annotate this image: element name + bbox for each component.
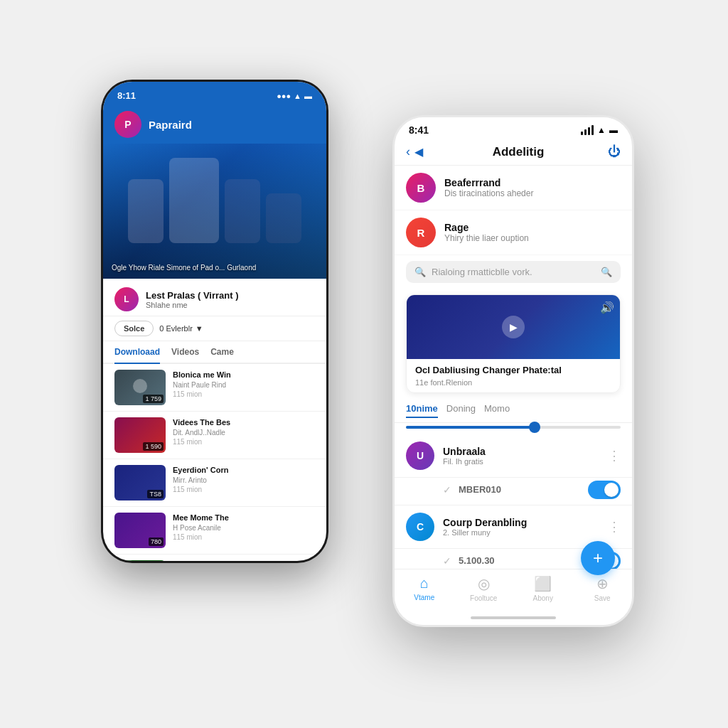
tab-videos[interactable]: Videos (171, 341, 199, 363)
toggle-1[interactable] (588, 481, 621, 499)
channel-name: Papraird (149, 119, 192, 131)
speaker-icon[interactable]: ◀ (414, 145, 423, 159)
nav-item-home[interactable]: ⌂ Vtame (395, 575, 454, 602)
about-nav-icon: ⬜ (534, 575, 552, 592)
status-icons-back: ●●● ▲ ▬ (277, 92, 312, 100)
search-bar[interactable]: 🔍 Rialoing rmatticblle vork. 🔍 (406, 261, 621, 283)
about-nav-label: Abony (533, 594, 553, 602)
slider-1-thumb[interactable] (529, 422, 540, 433)
channel-info: L Lest Pralas ( Virrant ) Shlahe nme (103, 279, 326, 316)
contact-item-1[interactable]: B Beaferrrand Dis tiracinations aheder (395, 166, 632, 210)
video-item-1[interactable]: 1 759 Blonica me Win Naint Paule Rind 11… (103, 364, 326, 412)
video-info-4: Mee Mome The H Pose Acanile 115 mion (173, 513, 229, 541)
video-thumb-5 (114, 560, 166, 561)
subscribe-btn[interactable]: Solce (114, 321, 154, 336)
video-card[interactable]: ▶ 🔊 Ocl Dabliusing Changer Phate:tal 11e… (406, 294, 621, 393)
video-item-4[interactable]: 780 Mee Mome The H Pose Acanile 115 mion (103, 507, 326, 555)
search-btn[interactable]: 🔍 (601, 267, 612, 277)
play-button[interactable]: ▶ (502, 316, 525, 338)
back-button[interactable]: ‹ (406, 144, 410, 159)
scene: 8:11 ●●● ▲ ▬ P Papraird (80, 58, 648, 670)
save-nav-label: Save (594, 594, 611, 602)
save-nav-icon: ⊕ (596, 575, 609, 592)
wifi-icon-front: ▲ (597, 125, 606, 135)
nav-item-about[interactable]: ⬜ Abony (513, 575, 573, 602)
video-item-5[interactable]: Toeed Showne Srsdelv (103, 555, 326, 561)
video-info-2: Videes The Bes Dit. AndlJ..Nadle 115 mio… (173, 417, 230, 446)
filter-tab-1[interactable]: 10nime (406, 403, 438, 418)
contact-text-2: Rage Yhiry thie liaer ouption (444, 222, 529, 243)
video-thumb-2: 1 590 (114, 417, 166, 453)
battery-icon-front: ▬ (609, 125, 618, 135)
list-avatar-2: C (406, 513, 434, 541)
video-info-1: Blonica me Win Naint Paule Rind 115 mion (173, 370, 231, 398)
video-card-speaker-icon: 🔊 (600, 301, 614, 314)
time-front: 8:41 (409, 124, 429, 136)
signal-icon-back: ●●● (277, 92, 291, 100)
power-icon[interactable]: ⏻ (608, 144, 621, 159)
header-title: Addelitig (429, 145, 608, 159)
video-info-5: Toeed Showne Srsdelv (173, 560, 228, 561)
check-icon-2: ✓ (443, 555, 451, 567)
contact-text-1: Beaferrrand Dis tiracinations aheder (444, 177, 533, 198)
sub-row-1: ✓ MBER010 (395, 478, 632, 505)
home-bar (471, 616, 556, 619)
list-text-2: Courp Deranbling 2. Siller muny (443, 517, 599, 537)
nav-item-save[interactable]: ⊕ Save (573, 575, 633, 602)
content-tabs: Downloaad Videos Came (103, 341, 326, 364)
feature-nav-label: Fooltuce (470, 594, 497, 602)
nav-item-feature[interactable]: ◎ Fooltuce (454, 575, 514, 602)
channel-display-name: Lest Pralas ( Virrant ) (146, 290, 239, 301)
slider-1-container (395, 423, 632, 434)
tab-came[interactable]: Came (210, 341, 234, 363)
video-list: 1 759 Blonica me Win Naint Paule Rind 11… (103, 364, 326, 561)
video-item-3[interactable]: TS8 Eyerdion' Corn Mirr. Arinto 115 mion (103, 459, 326, 507)
home-indicator (395, 611, 632, 625)
sub-amount-2: 5.100.30 (459, 555, 495, 566)
home-nav-icon: ⌂ (420, 575, 429, 592)
list-avatar-1: U (406, 441, 434, 470)
channel-header: P Papraird (103, 105, 326, 144)
status-bar-back: 8:11 ●●● ▲ ▬ (103, 82, 326, 105)
hero-banner: Ogle Yhow Riale Simone of Pad o... Gurla… (103, 144, 326, 279)
follower-count: 0 Evlerblr ▼ (159, 324, 203, 333)
feature-nav-icon: ◎ (478, 575, 490, 592)
video-duration-1: 1 759 (143, 395, 164, 403)
video-card-info: Ocl Dabliusing Changer Phate:tal 11e fon… (407, 359, 620, 392)
fab-add-button[interactable]: + (581, 541, 615, 575)
more-icon-1[interactable]: ⋮ (608, 448, 621, 464)
status-bar-front: 8:41 ▲ ▬ (395, 117, 632, 139)
subscribe-row: Solce 0 Evlerblr ▼ (103, 316, 326, 341)
list-item-1[interactable]: U Unbraala Fil. Ih gratis ⋮ (395, 434, 632, 478)
hero-label: Ogle Yhow Riale Simone of Pad o... Gurla… (112, 263, 256, 273)
contact-avatar-2: R (406, 218, 436, 247)
contact-avatar-1: B (406, 173, 436, 203)
contact-item-2[interactable]: R Rage Yhiry thie liaer ouption (395, 210, 632, 255)
phone-back: 8:11 ●●● ▲ ▬ P Papraird (101, 80, 328, 563)
tab-download[interactable]: Downloaad (114, 341, 160, 363)
video-card-thumb: ▶ 🔊 (407, 295, 620, 359)
check-icon-1: ✓ (443, 484, 451, 496)
search-icon: 🔍 (414, 267, 426, 277)
slider-1-track[interactable] (406, 426, 621, 429)
video-item-2[interactable]: 1 590 Videes The Bes Dit. AndlJ..Nadle 1… (103, 412, 326, 459)
filter-tab-3[interactable]: Momo (484, 403, 510, 418)
status-icons-front: ▲ ▬ (581, 125, 618, 135)
search-input[interactable]: Rialoing rmatticblle vork. (432, 267, 595, 277)
video-thumb-4: 780 (114, 513, 166, 548)
video-info-3: Eyerdion' Corn Mirr. Arinto 115 mion (173, 465, 228, 493)
channel-avatar-sm: L (114, 287, 139, 311)
more-icon-2[interactable]: ⋮ (608, 519, 621, 535)
filter-tab-2[interactable]: Doning (446, 403, 476, 418)
video-thumb-3: TS8 (114, 465, 166, 500)
app-header: ‹ ◀ Addelitig ⏻ (395, 139, 632, 166)
time-back: 8:11 (117, 90, 136, 101)
phone-front: 8:41 ▲ ▬ ‹ ◀ Addelitig ⏻ (392, 115, 634, 627)
slider-1-fill (406, 426, 535, 429)
search-container: 🔍 Rialoing rmatticblle vork. 🔍 (395, 255, 632, 289)
battery-icon-back: ▬ (304, 92, 312, 100)
channel-avatar: P (114, 111, 141, 138)
filter-tabs: 10nime Doning Momo (395, 399, 632, 423)
home-nav-label: Vtame (414, 594, 434, 601)
wifi-icon-back: ▲ (294, 92, 301, 100)
